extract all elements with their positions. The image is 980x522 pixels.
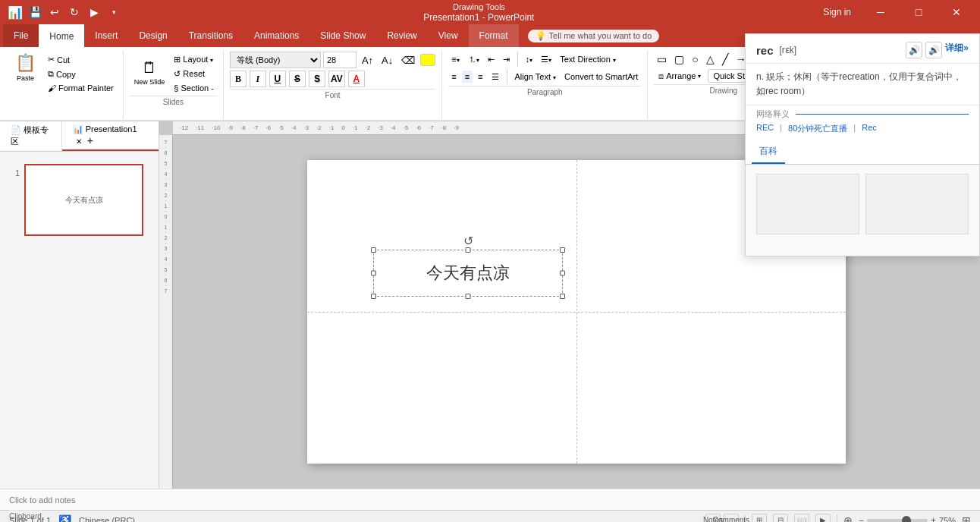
restore-button[interactable]: □: [901, 0, 936, 24]
font-name-select[interactable]: 等线 (Body): [230, 52, 321, 68]
tab-view[interactable]: View: [428, 24, 469, 47]
tab-insert[interactable]: Insert: [84, 24, 128, 47]
strikethrough-button[interactable]: S: [289, 71, 306, 87]
tab-design[interactable]: Design: [128, 24, 177, 47]
shape-line-button[interactable]: ╱: [719, 52, 731, 67]
handle-bot-left[interactable]: [371, 294, 376, 299]
text-highlight-button[interactable]: [420, 54, 435, 66]
dict-network-item-0[interactable]: REC: [756, 123, 774, 134]
increase-font-button[interactable]: A↑: [359, 53, 376, 68]
numbering-button[interactable]: ⒈▾: [465, 52, 482, 67]
slide-text-content: 今天有点凉: [374, 250, 562, 296]
shadow-button[interactable]: S: [309, 71, 325, 87]
section-button[interactable]: § Section -: [171, 82, 217, 94]
columns-button[interactable]: ☰▾: [538, 53, 554, 66]
normal-view-button[interactable]: ⊞: [752, 514, 767, 523]
increase-indent-button[interactable]: ⇥: [500, 53, 513, 66]
font-size-input[interactable]: [323, 52, 357, 68]
font-color-button[interactable]: A: [348, 71, 365, 87]
dict-network-item-1[interactable]: 80分钟死亡直播: [788, 123, 847, 134]
justify-button[interactable]: ☰: [488, 71, 502, 83]
handle-top-mid[interactable]: [466, 247, 471, 253]
new-slide-label: New Slide: [134, 78, 165, 86]
handle-top-left[interactable]: [371, 247, 376, 253]
reading-view-button[interactable]: 📖: [794, 514, 809, 523]
tab-transitions[interactable]: Transitions: [178, 24, 243, 47]
slide-thumbnail-1[interactable]: 今天有点凉: [24, 164, 143, 236]
tab-format[interactable]: Format: [469, 24, 519, 47]
zoom-level: 75%: [939, 516, 956, 523]
slides-group-items: 🗒 New Slide ⊞ Layout ▾ ↺ Reset § Section…: [130, 50, 217, 94]
panel-tab-template[interactable]: 📊 Presentation1 ✕ +: [62, 121, 159, 151]
qa-dropdown-button[interactable]: ▾: [105, 3, 123, 21]
dict-tab-baike[interactable]: 百科: [752, 140, 785, 164]
align-right-button[interactable]: ≡: [475, 71, 485, 83]
align-center-button[interactable]: ≡: [462, 71, 473, 83]
new-slide-button[interactable]: 🗒 New Slide: [130, 56, 170, 89]
reset-button[interactable]: ↺ Reset: [171, 68, 217, 80]
save-button[interactable]: 💾: [26, 3, 44, 21]
align-text-button[interactable]: Align Text ▾: [512, 71, 560, 83]
arrange-button[interactable]: ⧈ Arrange ▾: [654, 70, 705, 83]
decrease-font-button[interactable]: A↓: [378, 53, 396, 68]
clear-format-button[interactable]: ⌫: [398, 53, 418, 68]
decrease-indent-button[interactable]: ⇤: [485, 53, 498, 66]
panel-add-icon[interactable]: +: [87, 134, 93, 146]
fit-slide-button[interactable]: ⊕: [843, 514, 853, 523]
tab-slideshow[interactable]: Slide Show: [309, 24, 376, 47]
dict-audio-button[interactable]: 🔊: [906, 42, 922, 58]
dict-network-item-2[interactable]: Rec: [862, 123, 877, 134]
format-painter-button[interactable]: 🖌 Format Painter: [45, 82, 117, 94]
italic-button[interactable]: I: [250, 71, 266, 87]
convert-smartart-button[interactable]: Convert to SmartArt: [561, 71, 641, 83]
tab-home[interactable]: Home: [39, 24, 84, 47]
tab-review[interactable]: Review: [376, 24, 427, 47]
shape-triangle-button[interactable]: △: [703, 52, 718, 67]
layout-button[interactable]: ⊞ Layout ▾: [171, 53, 217, 66]
fit-window-button[interactable]: ⊞: [962, 514, 971, 523]
dict-tab-more[interactable]: [785, 140, 800, 164]
dict-detail-link[interactable]: 详细»: [945, 42, 969, 58]
panel-tabs: 📄 模板专区 📊 Presentation1 ✕ +: [0, 121, 159, 152]
handle-mid-right[interactable]: [560, 271, 565, 276]
text-direction-button[interactable]: Text Direction ▾: [557, 53, 619, 65]
char-spacing-button[interactable]: AV: [328, 71, 345, 87]
selected-textbox[interactable]: ↺ 今天有点凉: [373, 250, 563, 297]
zoom-out-button[interactable]: −: [859, 515, 864, 523]
rotate-handle[interactable]: ↺: [463, 234, 473, 248]
notes-bar[interactable]: Click to add notes: [0, 489, 980, 510]
align-left-button[interactable]: ≡: [448, 71, 459, 83]
minimize-button[interactable]: ─: [863, 0, 898, 24]
cut-button[interactable]: ✂ Cut: [45, 53, 117, 66]
shape-rounded-rect-button[interactable]: ▢: [671, 52, 687, 67]
tab-file[interactable]: File: [3, 24, 39, 47]
paste-button[interactable]: 📋 Paste: [9, 50, 42, 85]
sign-in-button[interactable]: Sign in: [814, 4, 860, 20]
accessibility-icon[interactable]: ♿: [58, 514, 71, 523]
underline-button[interactable]: U: [269, 71, 286, 87]
panel-close-icon[interactable]: ✕: [76, 137, 82, 146]
handle-bot-right[interactable]: [560, 294, 565, 299]
close-button[interactable]: ✕: [939, 0, 974, 24]
shape-rect-button[interactable]: ▭: [654, 52, 670, 67]
slideshow-button[interactable]: ▶: [815, 514, 831, 523]
redo-button[interactable]: ↻: [65, 3, 83, 21]
present-button[interactable]: ▶: [85, 3, 103, 21]
undo-button[interactable]: ↩: [46, 3, 64, 21]
comments-button[interactable]: Comments: [724, 514, 739, 523]
zoom-slider[interactable]: [867, 519, 928, 522]
handle-top-right[interactable]: [560, 247, 565, 253]
dict-audio2-button[interactable]: 🔊: [925, 42, 942, 58]
bold-button[interactable]: B: [230, 71, 247, 87]
handle-bot-mid[interactable]: [466, 294, 471, 299]
tell-me-box[interactable]: 💡 Tell me what you want to do: [528, 30, 660, 42]
tab-animations[interactable]: Animations: [243, 24, 309, 47]
panel-tab-slides[interactable]: 📄 模板专区: [0, 121, 62, 151]
line-spacing-button[interactable]: ↕▾: [523, 53, 536, 65]
copy-button[interactable]: ⧉ Copy: [45, 68, 117, 80]
zoom-in-button[interactable]: +: [931, 515, 936, 523]
shape-oval-button[interactable]: ○: [689, 52, 701, 67]
bullets-button[interactable]: ≡▾: [448, 53, 462, 65]
handle-mid-left[interactable]: [371, 271, 376, 276]
slide-sorter-button[interactable]: ⊟: [773, 514, 788, 523]
